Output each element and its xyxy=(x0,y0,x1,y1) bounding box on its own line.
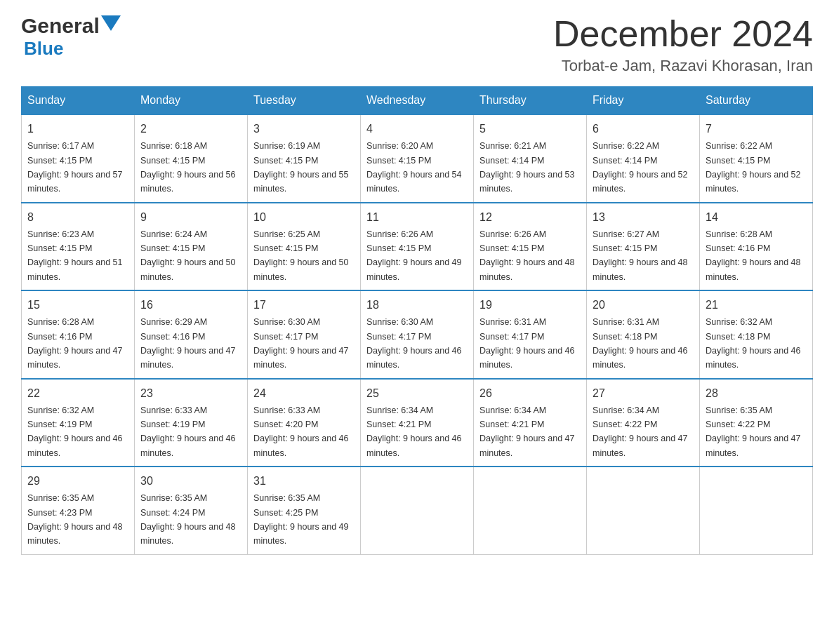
calendar-cell: 8 Sunrise: 6:23 AMSunset: 4:15 PMDayligh… xyxy=(22,203,135,291)
day-info: Sunrise: 6:35 AMSunset: 4:22 PMDaylight:… xyxy=(706,405,801,458)
calendar-week-row: 15 Sunrise: 6:28 AMSunset: 4:16 PMDaylig… xyxy=(22,290,813,379)
col-monday: Monday xyxy=(135,87,248,115)
day-number: 25 xyxy=(366,385,468,402)
day-number: 11 xyxy=(366,209,468,226)
calendar-cell: 22 Sunrise: 6:32 AMSunset: 4:19 PMDaylig… xyxy=(22,379,135,467)
calendar-table: Sunday Monday Tuesday Wednesday Thursday… xyxy=(21,86,813,555)
calendar-cell: 3 Sunrise: 6:19 AMSunset: 4:15 PMDayligh… xyxy=(248,114,361,203)
day-info: Sunrise: 6:35 AMSunset: 4:23 PMDaylight:… xyxy=(27,493,123,546)
calendar-week-row: 22 Sunrise: 6:32 AMSunset: 4:19 PMDaylig… xyxy=(22,379,813,467)
day-number: 29 xyxy=(27,473,128,490)
day-info: Sunrise: 6:26 AMSunset: 4:15 PMDaylight:… xyxy=(479,229,575,282)
svg-marker-0 xyxy=(101,15,121,31)
calendar-cell: 20 Sunrise: 6:31 AMSunset: 4:18 PMDaylig… xyxy=(587,290,700,379)
day-number: 9 xyxy=(140,209,241,226)
day-info: Sunrise: 6:35 AMSunset: 4:24 PMDaylight:… xyxy=(140,493,236,546)
calendar-cell xyxy=(587,467,700,554)
day-number: 20 xyxy=(593,297,694,314)
day-number: 10 xyxy=(253,209,355,226)
day-info: Sunrise: 6:34 AMSunset: 4:22 PMDaylight:… xyxy=(593,405,688,458)
calendar-cell: 15 Sunrise: 6:28 AMSunset: 4:16 PMDaylig… xyxy=(22,290,135,379)
day-number: 24 xyxy=(253,385,355,402)
calendar-header-row: Sunday Monday Tuesday Wednesday Thursday… xyxy=(22,87,813,115)
day-info: Sunrise: 6:23 AMSunset: 4:15 PMDaylight:… xyxy=(27,229,123,282)
day-number: 30 xyxy=(140,473,241,490)
day-info: Sunrise: 6:33 AMSunset: 4:20 PMDaylight:… xyxy=(253,405,349,458)
calendar-cell xyxy=(474,467,587,554)
day-info: Sunrise: 6:31 AMSunset: 4:18 PMDaylight:… xyxy=(593,317,688,370)
col-thursday: Thursday xyxy=(474,87,587,115)
day-number: 19 xyxy=(479,297,581,314)
calendar-cell: 6 Sunrise: 6:22 AMSunset: 4:14 PMDayligh… xyxy=(587,114,700,203)
calendar-cell: 27 Sunrise: 6:34 AMSunset: 4:22 PMDaylig… xyxy=(587,379,700,467)
calendar-cell: 24 Sunrise: 6:33 AMSunset: 4:20 PMDaylig… xyxy=(248,379,361,467)
day-info: Sunrise: 6:27 AMSunset: 4:15 PMDaylight:… xyxy=(593,229,688,282)
day-number: 22 xyxy=(27,385,128,402)
day-info: Sunrise: 6:22 AMSunset: 4:15 PMDaylight:… xyxy=(706,141,801,194)
day-info: Sunrise: 6:34 AMSunset: 4:21 PMDaylight:… xyxy=(479,405,575,458)
calendar-cell: 21 Sunrise: 6:32 AMSunset: 4:18 PMDaylig… xyxy=(700,290,813,379)
day-number: 1 xyxy=(27,121,128,137)
calendar-cell: 11 Sunrise: 6:26 AMSunset: 4:15 PMDaylig… xyxy=(361,203,474,291)
day-info: Sunrise: 6:32 AMSunset: 4:19 PMDaylight:… xyxy=(27,405,123,458)
col-wednesday: Wednesday xyxy=(361,87,474,115)
calendar-cell: 1 Sunrise: 6:17 AMSunset: 4:15 PMDayligh… xyxy=(22,114,135,203)
logo-general-text: General xyxy=(21,14,100,38)
day-number: 14 xyxy=(706,209,807,226)
day-info: Sunrise: 6:21 AMSunset: 4:14 PMDaylight:… xyxy=(479,141,575,194)
calendar-cell: 29 Sunrise: 6:35 AMSunset: 4:23 PMDaylig… xyxy=(22,467,135,554)
day-number: 4 xyxy=(366,121,468,137)
day-number: 21 xyxy=(706,297,807,314)
calendar-cell xyxy=(700,467,813,554)
day-info: Sunrise: 6:30 AMSunset: 4:17 PMDaylight:… xyxy=(366,317,462,370)
day-number: 16 xyxy=(140,297,241,314)
day-number: 15 xyxy=(27,297,128,314)
calendar-cell xyxy=(361,467,474,554)
day-info: Sunrise: 6:29 AMSunset: 4:16 PMDaylight:… xyxy=(140,317,236,370)
day-number: 7 xyxy=(706,121,807,137)
day-info: Sunrise: 6:25 AMSunset: 4:15 PMDaylight:… xyxy=(253,229,349,282)
location-subtitle: Torbat-e Jam, Razavi Khorasan, Iran xyxy=(553,57,813,75)
calendar-cell: 16 Sunrise: 6:29 AMSunset: 4:16 PMDaylig… xyxy=(135,290,248,379)
calendar-week-row: 8 Sunrise: 6:23 AMSunset: 4:15 PMDayligh… xyxy=(22,203,813,291)
logo-triangle-icon xyxy=(101,15,121,35)
logo-blue-text: Blue xyxy=(24,38,63,59)
day-info: Sunrise: 6:28 AMSunset: 4:16 PMDaylight:… xyxy=(706,229,801,282)
day-number: 3 xyxy=(253,121,355,137)
title-area: December 2024 Torbat-e Jam, Razavi Khora… xyxy=(553,14,813,75)
day-info: Sunrise: 6:20 AMSunset: 4:15 PMDaylight:… xyxy=(366,141,462,194)
col-saturday: Saturday xyxy=(700,87,813,115)
day-info: Sunrise: 6:32 AMSunset: 4:18 PMDaylight:… xyxy=(706,317,801,370)
day-number: 8 xyxy=(27,209,128,226)
calendar-cell: 4 Sunrise: 6:20 AMSunset: 4:15 PMDayligh… xyxy=(361,114,474,203)
calendar-cell: 19 Sunrise: 6:31 AMSunset: 4:17 PMDaylig… xyxy=(474,290,587,379)
calendar-cell: 12 Sunrise: 6:26 AMSunset: 4:15 PMDaylig… xyxy=(474,203,587,291)
calendar-cell: 31 Sunrise: 6:35 AMSunset: 4:25 PMDaylig… xyxy=(248,467,361,554)
day-info: Sunrise: 6:28 AMSunset: 4:16 PMDaylight:… xyxy=(27,317,123,370)
day-number: 18 xyxy=(366,297,468,314)
calendar-cell: 30 Sunrise: 6:35 AMSunset: 4:24 PMDaylig… xyxy=(135,467,248,554)
month-title: December 2024 xyxy=(553,14,813,54)
calendar-cell: 2 Sunrise: 6:18 AMSunset: 4:15 PMDayligh… xyxy=(135,114,248,203)
day-number: 23 xyxy=(140,385,241,402)
col-sunday: Sunday xyxy=(22,87,135,115)
calendar-week-row: 1 Sunrise: 6:17 AMSunset: 4:15 PMDayligh… xyxy=(22,114,813,203)
day-info: Sunrise: 6:26 AMSunset: 4:15 PMDaylight:… xyxy=(366,229,462,282)
calendar-cell: 10 Sunrise: 6:25 AMSunset: 4:15 PMDaylig… xyxy=(248,203,361,291)
calendar-cell: 5 Sunrise: 6:21 AMSunset: 4:14 PMDayligh… xyxy=(474,114,587,203)
col-tuesday: Tuesday xyxy=(248,87,361,115)
calendar-cell: 18 Sunrise: 6:30 AMSunset: 4:17 PMDaylig… xyxy=(361,290,474,379)
calendar-cell: 13 Sunrise: 6:27 AMSunset: 4:15 PMDaylig… xyxy=(587,203,700,291)
day-number: 28 xyxy=(706,385,807,402)
col-friday: Friday xyxy=(587,87,700,115)
day-info: Sunrise: 6:34 AMSunset: 4:21 PMDaylight:… xyxy=(366,405,462,458)
day-info: Sunrise: 6:18 AMSunset: 4:15 PMDaylight:… xyxy=(140,141,236,194)
day-number: 2 xyxy=(140,121,241,137)
day-info: Sunrise: 6:24 AMSunset: 4:15 PMDaylight:… xyxy=(140,229,236,282)
day-number: 5 xyxy=(479,121,581,137)
day-info: Sunrise: 6:31 AMSunset: 4:17 PMDaylight:… xyxy=(479,317,575,370)
page-header: General Blue December 2024 Torbat-e Jam,… xyxy=(21,14,813,75)
day-info: Sunrise: 6:19 AMSunset: 4:15 PMDaylight:… xyxy=(253,141,349,194)
day-info: Sunrise: 6:35 AMSunset: 4:25 PMDaylight:… xyxy=(253,493,349,546)
day-info: Sunrise: 6:22 AMSunset: 4:14 PMDaylight:… xyxy=(593,141,688,194)
